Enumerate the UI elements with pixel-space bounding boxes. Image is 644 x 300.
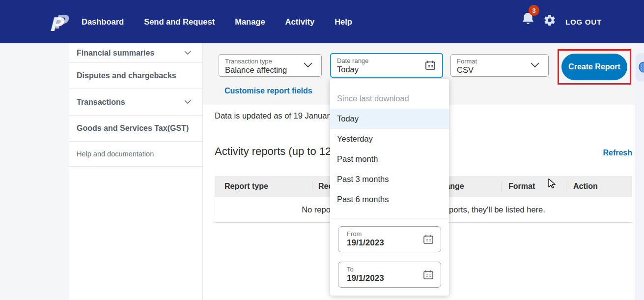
option-yesterday[interactable]: Yesterday [330, 129, 449, 149]
gear-icon [543, 14, 556, 27]
format-select[interactable]: Format CSV [450, 54, 549, 77]
to-date-field[interactable]: To 19/1/2023 [338, 262, 441, 288]
sidebar-item-financial-summaries[interactable]: Financial summaries [69, 43, 203, 63]
date-range-options: Since last download Today Yesterday Past… [330, 89, 449, 210]
sidebar-item-label: Goods and Services Tax(GST) [77, 124, 189, 133]
column-header-format: Format [508, 176, 535, 197]
extension-brain-icon [637, 60, 644, 74]
notifications-button[interactable]: 3 [521, 10, 542, 33]
sidebar-item-gst[interactable]: Goods and Services Tax(GST) [69, 116, 203, 142]
transaction-type-select[interactable]: Transaction type Balance affecting [219, 54, 322, 77]
sidebar-item-transactions[interactable]: Transactions [69, 89, 203, 116]
chevron-down-icon [531, 62, 539, 68]
page-gutter [0, 43, 69, 300]
nav-item-send-and-request[interactable]: Send and Request [144, 17, 215, 27]
calendar-icon[interactable] [422, 269, 434, 281]
nav-item-manage[interactable]: Manage [235, 17, 265, 27]
chevron-down-icon [304, 62, 312, 68]
nav-item-help[interactable]: Help [335, 17, 352, 27]
sidebar-item-label: Disputes and chargebacks [77, 71, 176, 80]
reports-sidebar: Financial summaries Disputes and chargeb… [69, 43, 203, 300]
notification-badge: 3 [529, 5, 539, 16]
option-past-6-months[interactable]: Past 6 months [330, 189, 449, 210]
settings-button[interactable] [543, 14, 556, 27]
nav-item-dashboard[interactable]: Dashboard [82, 17, 124, 27]
create-report-button[interactable]: Create Report [561, 54, 627, 80]
paypal-reports-page: P P Dashboard Send and Request Manage Ac… [0, 0, 644, 300]
top-nav-bar: P P Dashboard Send and Request Manage Ac… [0, 0, 644, 43]
refresh-link[interactable]: Refresh [603, 149, 632, 157]
option-past-3-months[interactable]: Past 3 months [330, 169, 449, 189]
dropdown-divider [330, 218, 449, 218]
column-divider [501, 181, 502, 191]
sidebar-item-label: Financial summaries [77, 49, 154, 58]
column-header-report-type: Report type [224, 176, 268, 197]
date-range-select[interactable]: Date range Today [330, 53, 443, 78]
paypal-logo[interactable]: P P [47, 9, 69, 34]
chevron-down-icon [184, 100, 191, 104]
from-date-field[interactable]: From 19/1/2023 [338, 226, 441, 252]
primary-nav: Dashboard Send and Request Manage Activi… [82, 0, 352, 43]
column-divider [566, 181, 566, 191]
sidebar-item-label: Transactions [77, 98, 125, 107]
calendar-icon[interactable] [422, 234, 434, 245]
column-divider [312, 181, 312, 191]
browser-extension-button[interactable] [636, 53, 644, 82]
sidebar-item-label: Help and documentation [77, 150, 154, 158]
option-today[interactable]: Today [330, 109, 449, 129]
scrollbar-track[interactable] [635, 43, 644, 300]
chevron-down-icon [184, 51, 191, 55]
option-past-month[interactable]: Past month [330, 149, 449, 169]
logout-button[interactable]: LOG OUT [565, 0, 602, 43]
option-since-last-download: Since last download [330, 89, 449, 109]
nav-item-activity[interactable]: Activity [285, 17, 315, 27]
sidebar-item-disputes-and-chargebacks[interactable]: Disputes and chargebacks [69, 63, 203, 89]
customise-report-fields-link[interactable]: Customise report fields [224, 87, 312, 95]
sidebar-item-help-and-documentation[interactable]: Help and documentation [69, 142, 203, 167]
column-header-action: Action [573, 176, 598, 197]
calendar-icon [424, 60, 436, 71]
date-range-dropdown-panel: Since last download Today Yesterday Past… [330, 79, 449, 296]
